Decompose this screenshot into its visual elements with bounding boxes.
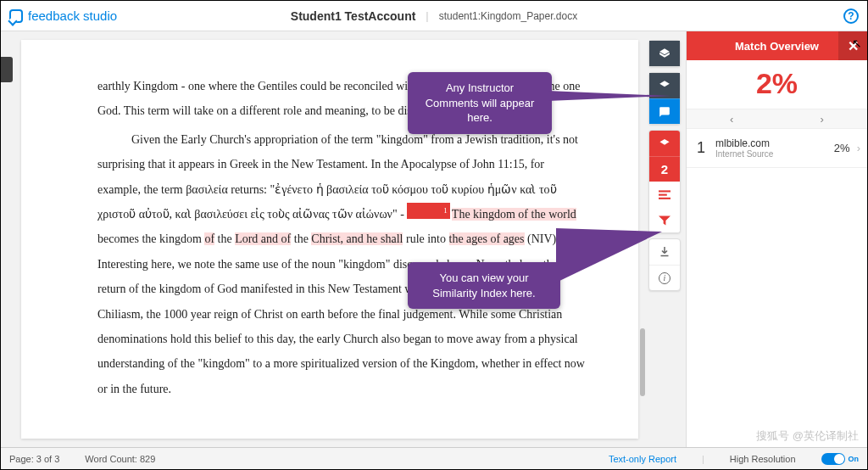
watermark: 搜狐号 @英伦译制社 (756, 428, 859, 444)
bottom-bar: Page: 3 of 3 Word Count: 829 Text-only R… (1, 447, 867, 469)
chevron-right-icon: › (857, 142, 860, 154)
callout-similarity: You can view your Similarity Index here. (408, 262, 560, 309)
highlight[interactable]: Christ, and he shall (311, 232, 403, 245)
brand-logo: feedback studio (9, 8, 117, 23)
svg-rect-0 (659, 190, 670, 192)
text-only-link[interactable]: Text-only Report (609, 454, 676, 464)
page-indicator: Page: 3 of 3 (9, 454, 59, 464)
high-res-toggle[interactable]: On (821, 453, 860, 465)
close-button[interactable]: ✕ (838, 31, 867, 60)
main-area: earthly Kingdom - one where the Gentiles… (1, 31, 867, 447)
match-nav: ‹ › (687, 109, 867, 129)
match-sidebar: Match Overview ✕ 2% ‹ › 1 mlbible.com In… (686, 31, 867, 447)
similarity-score-button[interactable]: 2 (649, 156, 680, 182)
match-type: Internet Source (715, 149, 827, 159)
document-area: earthly Kingdom - one where the Gentiles… (1, 31, 686, 447)
all-sources-button[interactable] (649, 182, 680, 207)
similarity-group: 2 (648, 130, 681, 233)
help-icon[interactable]: ? (843, 8, 859, 24)
match-number: 1 (693, 139, 709, 157)
file-name: student1:Kingdom_Paper.docx (439, 10, 577, 22)
high-res-label: High Resolution (730, 454, 796, 464)
student-name: Student1 TestAccount (291, 9, 416, 23)
scrollbar-thumb[interactable] (640, 328, 645, 396)
layers-button[interactable] (649, 41, 680, 66)
nav-handle[interactable] (1, 57, 13, 82)
highlight[interactable]: The kingdom of the world (452, 208, 576, 221)
similarity-layers-button[interactable] (649, 131, 680, 156)
callout-comments: Any Instructor Comments will appear here… (408, 72, 552, 134)
match-percent: 2% (834, 142, 850, 154)
match-site: mlbible.com (715, 137, 827, 149)
word-count: Word Count: 829 (85, 454, 155, 464)
next-match-button[interactable]: › (777, 109, 868, 128)
comments-button[interactable] (649, 98, 680, 124)
prev-match-button[interactable]: ‹ (687, 109, 777, 128)
brand-text: feedback studio (28, 8, 117, 23)
svg-rect-1 (659, 193, 667, 195)
feedback-icon (9, 9, 23, 23)
match-info: mlbible.com Internet Source (715, 137, 827, 159)
header-title: Student1 TestAccount | student1:Kingdom_… (291, 9, 577, 23)
highlight[interactable]: Lord and of (235, 232, 291, 245)
highlight[interactable]: the ages of ages (449, 232, 525, 245)
match-row[interactable]: 1 mlbible.com Internet Source 2% › (687, 129, 867, 168)
similarity-percent: 2% (687, 60, 867, 109)
svg-rect-2 (659, 197, 670, 199)
source-badge[interactable]: 1 (407, 203, 450, 219)
active-layers-group (648, 40, 681, 67)
sidebar-header: Match Overview ✕ (687, 31, 867, 60)
top-bar: feedback studio Student1 TestAccount | s… (1, 1, 867, 31)
highlight[interactable]: of (204, 232, 214, 245)
